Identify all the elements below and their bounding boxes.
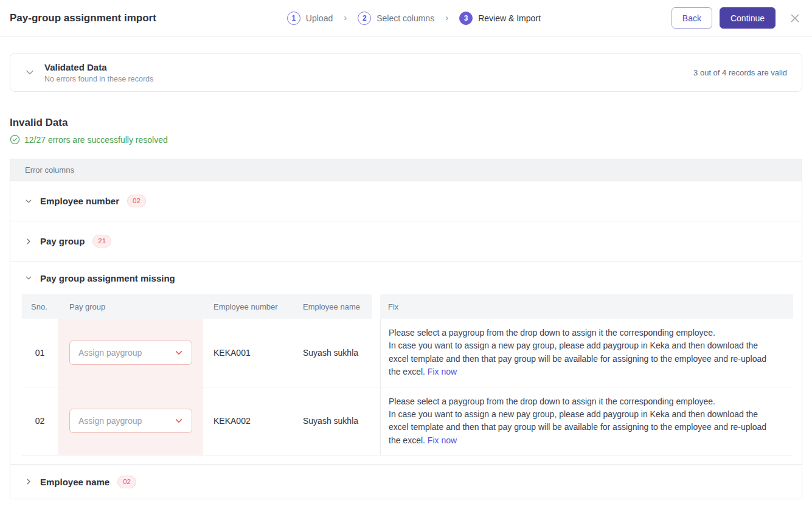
error-columns-panel: Error columns Employee number 02 Pay gro… (10, 159, 802, 499)
step-upload[interactable]: 1 Upload (287, 12, 333, 25)
step-1-label: Upload (306, 13, 333, 23)
error-columns-bar: Error columns (10, 159, 802, 181)
column-header-sno: Sno. (22, 302, 58, 311)
table-row: 01 Assign paygroup KEKA001 Suyash sukhla… (22, 319, 793, 387)
dropdown-placeholder: Assign paygroup (78, 348, 142, 358)
validated-texts: Validated Data No errors found in these … (44, 62, 153, 83)
error-count-badge: 02 (117, 476, 136, 488)
cell-pay-group: Assign paygroup (58, 387, 203, 455)
section-label: Employee name (40, 477, 109, 487)
cell-pay-group: Assign paygroup (58, 319, 203, 387)
assign-paygroup-dropdown[interactable]: Assign paygroup (69, 409, 192, 433)
column-divider (372, 387, 380, 455)
column-divider (372, 294, 380, 319)
section-employee-name-block: Employee name 02 (10, 464, 802, 499)
cell-employee-number: KEKA002 (203, 387, 293, 455)
column-header-pay-group: Pay group (58, 302, 203, 311)
continue-button[interactable]: Continue (720, 7, 776, 29)
step-1-circle: 1 (287, 12, 300, 25)
chevron-down-icon (25, 198, 32, 205)
cell-fix: Please select a paygroup from the drop d… (380, 387, 793, 455)
fix-instruction-line-1: Please select a paygroup from the drop d… (389, 327, 780, 339)
section-pay-group[interactable]: Pay group 21 (10, 221, 802, 262)
column-divider (372, 319, 380, 387)
page-title: Pay-group assignment import (10, 12, 156, 24)
section-label: Employee number (40, 196, 119, 206)
wizard-header: Pay-group assignment import 1 Upload › 2… (0, 0, 812, 36)
cell-employee-name: Suyash sukhla (293, 319, 372, 387)
step-3-circle: 3 (459, 12, 473, 25)
column-header-fix: Fix (380, 294, 793, 319)
fix-instruction-line-1: Please select a paygroup from the drop d… (389, 395, 780, 408)
step-2-label: Select columns (377, 13, 434, 23)
invalid-data-title: Invalid Data (10, 117, 802, 129)
chevron-down-icon (25, 274, 32, 282)
section-label: Pay group assignment missing (40, 273, 175, 283)
table-row: 02 Assign paygroup KEKA002 Suyash sukhla… (22, 387, 793, 456)
error-count-badge: 21 (92, 235, 111, 248)
validated-summary: 3 out of 4 records are valid (693, 68, 787, 77)
check-circle-icon (10, 134, 20, 145)
fix-now-link[interactable]: Fix now (428, 367, 457, 376)
validated-data-panel[interactable]: Validated Data No errors found in these … (10, 53, 802, 92)
step-review-import[interactable]: 3 Review & Import (459, 12, 541, 25)
validated-title: Validated Data (44, 62, 153, 72)
section-employee-number[interactable]: Employee number 02 (10, 181, 802, 221)
close-button[interactable] (788, 11, 802, 26)
cell-employee-name: Suyash sukhla (293, 387, 372, 455)
invalid-data-header: Invalid Data 12/27 errors are successful… (10, 117, 802, 145)
column-header-employee-name: Employee name (293, 302, 372, 311)
fix-instruction-line-2: In case you want to assign a new pay gro… (389, 408, 780, 447)
chevron-right-icon (25, 478, 32, 485)
validated-subtitle: No errors found in these records (44, 75, 153, 83)
step-2-circle: 2 (358, 12, 371, 25)
close-icon (789, 12, 801, 24)
chevron-down-icon[interactable] (25, 68, 35, 77)
step-3-label: Review & Import (478, 13, 541, 23)
section-pay-group-assignment-missing: Pay group assignment missing Sno. Pay gr… (10, 262, 802, 455)
step-separator-icon: › (344, 13, 347, 23)
resolved-note-text: 12/27 errors are successfully resolved (24, 135, 168, 145)
dropdown-placeholder: Assign paygroup (78, 416, 142, 426)
cell-sno: 01 (22, 319, 58, 387)
step-select-columns[interactable]: 2 Select columns (358, 12, 434, 25)
cell-employee-number: KEKA001 (203, 319, 293, 387)
error-count-badge: 02 (127, 195, 146, 207)
section-employee-name[interactable]: Employee name 02 (10, 465, 802, 499)
back-button[interactable]: Back (671, 7, 712, 29)
chevron-right-icon (25, 238, 32, 245)
chevron-down-icon (175, 417, 183, 425)
error-fix-table: Sno. Pay group Employee number Employee … (22, 294, 793, 455)
fix-instruction-line-2: In case you want to assign a new pay gro… (389, 339, 780, 378)
step-separator-icon: › (445, 13, 448, 23)
table-header-row: Sno. Pay group Employee number Employee … (22, 294, 793, 319)
fix-now-link[interactable]: Fix now (428, 435, 457, 445)
wizard-stepper: 1 Upload › 2 Select columns › 3 Review &… (156, 12, 671, 25)
assign-paygroup-dropdown[interactable]: Assign paygroup (69, 341, 192, 365)
section-label: Pay group (40, 236, 85, 246)
section-pay-group-assignment-missing-header[interactable]: Pay group assignment missing (10, 262, 802, 294)
chevron-down-icon (175, 348, 183, 357)
column-header-employee-number: Employee number (203, 302, 293, 311)
resolved-note: 12/27 errors are successfully resolved (10, 134, 802, 145)
cell-fix: Please select a paygroup from the drop d… (380, 319, 793, 387)
cell-sno: 02 (22, 387, 58, 455)
header-actions: Back Continue (671, 7, 802, 29)
